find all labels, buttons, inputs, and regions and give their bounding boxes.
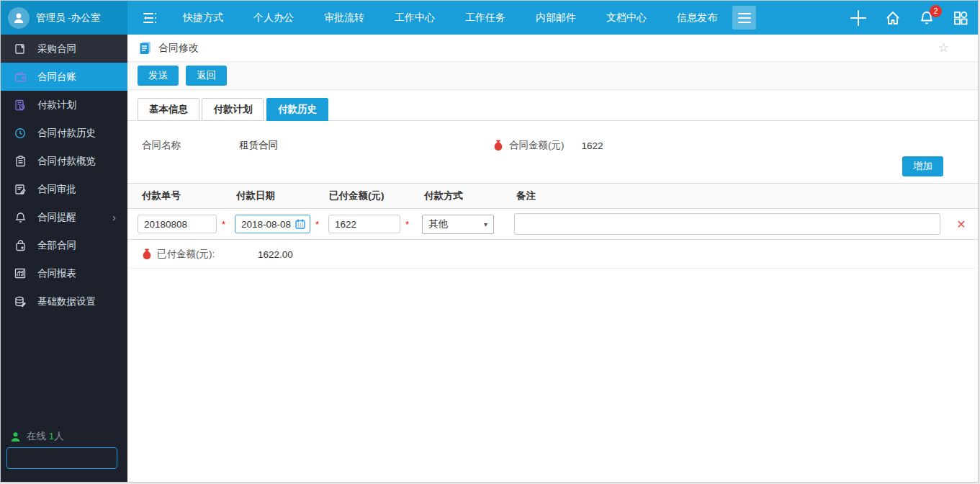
nav-item-personal-office[interactable]: 个人办公	[238, 12, 309, 24]
chart-icon	[14, 268, 27, 279]
user-avatar-icon	[8, 7, 30, 29]
payment-date-input[interactable]: 2018-08-08	[235, 215, 310, 233]
nav-item-work-tasks[interactable]: 工作任务	[450, 12, 521, 24]
sidebar-item-label: 合同付款概览	[37, 155, 96, 168]
user-name: 管理员 -办公室	[36, 12, 100, 24]
payment-table-header: 付款单号 付款日期 已付金额(元) 付款方式 备注	[127, 184, 978, 209]
payment-table-row: * 2018-08-08 * * 其他 ▾	[127, 209, 978, 240]
add-plus-icon[interactable]	[850, 9, 867, 27]
send-button[interactable]: 发送	[138, 66, 179, 86]
required-marker: *	[315, 219, 319, 230]
paid-total-summary: 已付金额(元): 1622.00	[127, 240, 978, 269]
sidebar: 采购合同 合同台账 付款计划 合同付款历史 合同付款概览	[1, 35, 127, 482]
add-row-button[interactable]: 增加	[902, 156, 943, 176]
database-icon	[14, 296, 27, 308]
sidebar-item-label: 合同提醒	[37, 211, 76, 224]
sidebar-item-label: 合同报表	[37, 267, 76, 280]
col-payment-method: 付款方式	[424, 189, 516, 202]
required-marker: *	[222, 219, 225, 230]
payment-plan-icon	[14, 99, 27, 111]
contract-summary-form: 合同名称 租赁合同 合同金额(元) 1622 增加	[127, 121, 978, 184]
remark-input[interactable]	[514, 213, 940, 235]
sidebar-item-base-data-settings[interactable]: 基础数据设置	[1, 287, 127, 315]
payment-date-value: 2018-08-08	[241, 219, 291, 230]
col-payment-no: 付款单号	[142, 189, 236, 202]
bag-icon	[14, 240, 27, 251]
paid-total-value: 1622.00	[258, 249, 293, 260]
sidebar-item-payment-overview[interactable]: 合同付款概览	[1, 147, 127, 175]
sidebar-item-label: 合同台账	[37, 71, 76, 84]
online-status: 在线 1人	[10, 430, 64, 443]
sidebar-item-label: 全部合同	[37, 239, 76, 252]
nav-item-shortcuts[interactable]: 快捷方式	[168, 12, 238, 24]
required-marker: *	[405, 219, 409, 230]
col-remark: 备注	[516, 189, 978, 202]
topbar-actions: 2	[732, 6, 979, 30]
contract-name-label: 合同名称	[142, 139, 239, 152]
sidebar-item-payment-history[interactable]: 合同付款历史	[1, 119, 127, 147]
favorite-star-icon[interactable]: ☆	[938, 40, 949, 55]
sidebar-item-all-contracts[interactable]: 全部合同	[1, 231, 127, 259]
sidebar-item-purchase-contract[interactable]: 采购合同	[1, 35, 127, 63]
contract-amount-value: 1622	[582, 140, 603, 151]
tab-basic-info[interactable]: 基本信息	[138, 98, 199, 121]
home-icon[interactable]	[885, 10, 901, 26]
contract-doc-icon	[14, 43, 27, 55]
sidebar-item-contract-ledger[interactable]: 合同台账	[1, 63, 127, 91]
sidebar-item-label: 合同审批	[37, 183, 76, 196]
money-bag-icon	[493, 140, 503, 151]
online-user-icon	[10, 431, 21, 442]
approval-doc-icon	[14, 184, 27, 195]
contract-name-value: 租赁合同	[239, 139, 278, 152]
sidebar-item-contract-approval[interactable]: 合同审批	[1, 175, 127, 203]
contract-amount-group: 合同金额(元) 1622	[493, 139, 603, 152]
notification-badge: 2	[930, 5, 942, 17]
contract-amount-label: 合同金额(元)	[509, 139, 565, 152]
payment-no-input[interactable]	[138, 215, 217, 233]
application-window: 管理员 -办公室 快捷方式 个人办公 审批流转 工作中心 工作任务 内部邮件 文…	[0, 0, 979, 483]
sidebar-item-label: 付款计划	[37, 99, 76, 112]
page-title: 合同修改	[158, 42, 199, 55]
sidebar-search-box	[6, 447, 117, 469]
payment-method-select[interactable]: 其他 ▾	[422, 215, 494, 234]
toolbar: 发送 返回	[127, 62, 978, 90]
clipboard-icon	[14, 156, 27, 167]
nav-item-work-center[interactable]: 工作中心	[379, 12, 450, 24]
sidebar-item-contract-reminder[interactable]: 合同提醒 ›	[1, 203, 127, 231]
paid-amount-input[interactable]	[328, 215, 400, 233]
nav-item-document-center[interactable]: 文档中心	[591, 12, 662, 24]
sidebar-item-contract-reports[interactable]: 合同报表	[1, 259, 127, 287]
delete-row-icon[interactable]: ✕	[956, 218, 966, 231]
sidebar-collapse-icon[interactable]	[142, 12, 158, 24]
back-button[interactable]: 返回	[186, 66, 227, 86]
nav-item-info-publish[interactable]: 信息发布	[662, 12, 732, 24]
paid-total-label: 已付金额(元):	[157, 248, 258, 261]
tab-payment-history[interactable]: 付款历史	[266, 98, 328, 121]
clock-icon	[14, 127, 27, 139]
topbar: 管理员 -办公室 快捷方式 个人办公 审批流转 工作中心 工作任务 内部邮件 文…	[1, 1, 978, 35]
calendar-icon[interactable]	[295, 219, 305, 229]
col-payment-date: 付款日期	[236, 189, 329, 202]
sidebar-item-label: 采购合同	[37, 42, 76, 55]
bell-icon	[14, 212, 27, 223]
tab-payment-plan[interactable]: 付款计划	[202, 98, 264, 121]
nav-item-approval-flow[interactable]: 审批流转	[309, 12, 379, 24]
apps-grid-icon[interactable]	[953, 10, 968, 26]
user-area[interactable]: 管理员 -办公室	[1, 1, 127, 35]
col-paid-amount: 已付金额(元)	[329, 189, 424, 202]
payment-method-value: 其他	[428, 218, 448, 230]
menu-hamburger-icon[interactable]	[732, 6, 756, 30]
submenu-chevron-icon: ›	[112, 211, 116, 223]
main-content: 合同修改 ☆ 发送 返回 基本信息 付款计划 付款历史 合同名称 租赁合同 合同…	[127, 35, 978, 482]
sidebar-search-input[interactable]	[7, 453, 145, 464]
money-bag-icon	[142, 248, 152, 260]
nav-item-internal-mail[interactable]: 内部邮件	[521, 12, 591, 24]
sidebar-item-payment-plan[interactable]: 付款计划	[1, 91, 127, 119]
tab-bar: 基本信息 付款计划 付款历史	[127, 90, 978, 121]
document-icon	[139, 41, 151, 55]
chevron-down-icon: ▾	[484, 220, 487, 228]
wallet-icon	[14, 71, 27, 82]
notifications-bell-icon[interactable]: 2	[919, 10, 935, 26]
online-label: 在线	[27, 431, 46, 442]
online-suffix: 人	[54, 431, 64, 442]
